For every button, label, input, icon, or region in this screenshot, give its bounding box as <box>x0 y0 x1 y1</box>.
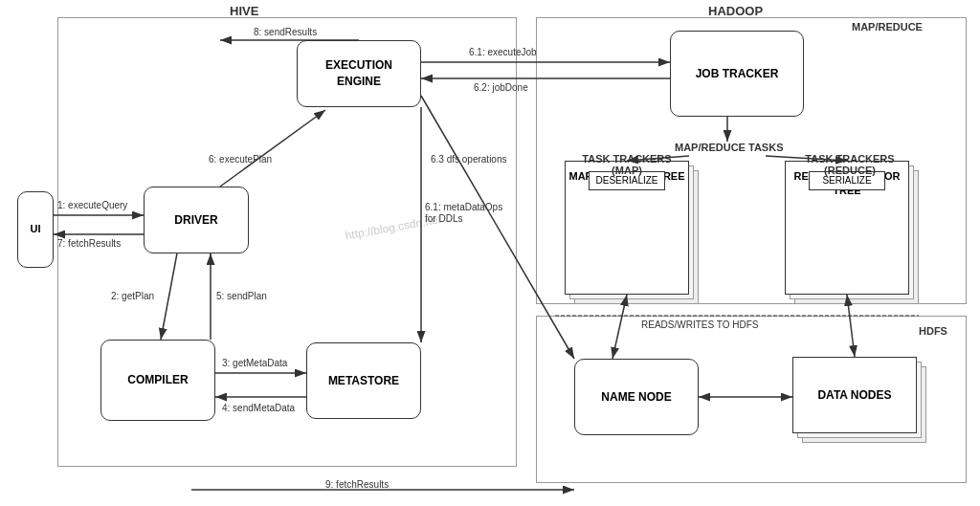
hive-label: HIVE <box>230 4 258 18</box>
execution-engine-box: EXECUTION ENGINE <box>297 40 421 107</box>
data-nodes-box: DATA NODES <box>792 357 917 433</box>
hadoop-label: HADOOP <box>708 4 763 18</box>
map-reduce-tasks-label: MAP/REDUCE TASKS <box>675 142 783 153</box>
task-tracker-map-label: TASK TRACKERS (MAP) <box>565 142 689 176</box>
job-tracker-box: JOB TRACKER <box>670 31 804 117</box>
name-node-box: NAME NODE <box>574 359 699 435</box>
reduce-task-tracker-box: REDUCE OPERATOR TREE SERDE SERIALIZE <box>785 161 909 295</box>
hdfs-label: HDFS <box>919 325 947 337</box>
driver-box: DRIVER <box>144 187 249 253</box>
ui-box: UI <box>17 191 54 268</box>
architecture-diagram: HIVE HADOOP MAP/REDUCE HDFS UI DRIVER CO… <box>0 0 980 506</box>
metastore-box: METASTORE <box>306 342 421 419</box>
svg-text:9: fetchResults: 9: fetchResults <box>325 479 389 490</box>
mapreduce-label: MAP/REDUCE <box>852 21 923 33</box>
map-task-tracker-box: MAP OPERATOR TREE SERDE DESERIALIZE <box>565 161 689 295</box>
compiler-box: COMPILER <box>100 340 215 421</box>
task-tracker-reduce-label: TASK TRACKERS (REDUCE) <box>783 142 917 176</box>
